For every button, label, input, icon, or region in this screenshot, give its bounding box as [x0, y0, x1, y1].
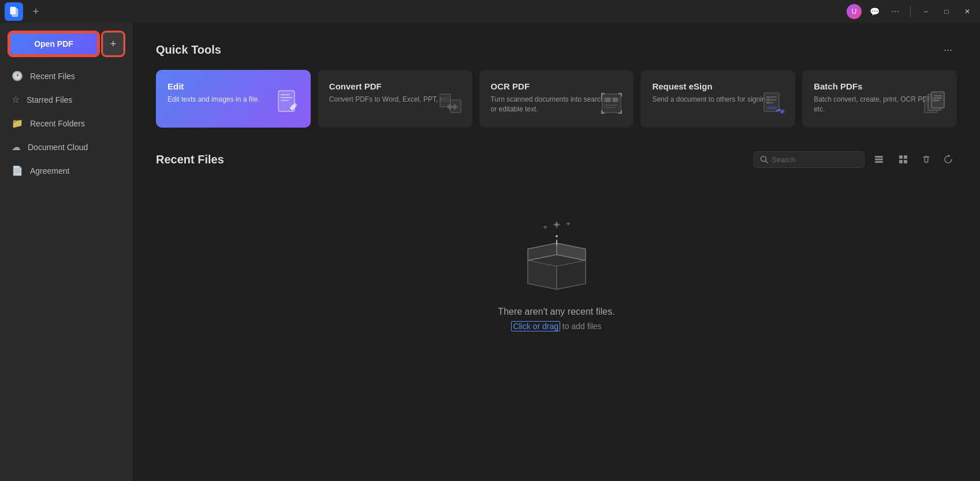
empty-subtitle: Click or drag to add files: [511, 322, 601, 331]
sidebar: Open PDF + 🕐 Recent Files ☆ Starred File…: [0, 23, 133, 481]
tool-title: OCR PDF: [491, 81, 623, 91]
tool-card-batch[interactable]: Batch PDFs Batch convert, create, print,…: [802, 70, 957, 128]
tool-card-esign[interactable]: Request eSign Send a document to others …: [640, 70, 795, 128]
svg-rect-25: [934, 100, 940, 101]
sidebar-item-document-cloud[interactable]: ☁ Document Cloud: [5, 136, 128, 158]
svg-rect-5: [281, 100, 289, 101]
svg-rect-4: [281, 97, 292, 98]
sidebar-item-label: Starred Files: [27, 95, 72, 105]
sidebar-item-starred-files[interactable]: ☆ Starred Files: [5, 88, 128, 111]
avatar[interactable]: U: [847, 4, 862, 19]
maximize-button[interactable]: □: [938, 3, 955, 20]
svg-rect-29: [875, 161, 883, 163]
titlebar-controls: U 💬 ⋯ − □ ✕: [847, 3, 975, 20]
svg-rect-15: [766, 99, 777, 100]
document-icon: 📄: [12, 165, 23, 176]
search-box: [754, 151, 865, 168]
empty-state: There aren't any recent files. Click or …: [156, 180, 957, 366]
edit-tool-icon: [274, 88, 301, 118]
ocr-tool-icon: [599, 91, 624, 118]
svg-rect-14: [766, 96, 777, 98]
svg-rect-23: [934, 95, 942, 96]
recent-files-header: Recent Files: [156, 151, 957, 168]
svg-rect-24: [934, 98, 942, 99]
svg-rect-17: [766, 107, 777, 109]
empty-subtitle-after: to add files: [560, 322, 602, 331]
sidebar-top: Open PDF +: [0, 32, 133, 65]
svg-rect-35: [556, 240, 557, 245]
sidebar-nav: 🕐 Recent Files ☆ Starred Files 📁 Recent …: [0, 65, 133, 182]
click-or-drag-link[interactable]: Click or drag: [511, 321, 560, 331]
convert-tool-icon: [438, 91, 463, 118]
svg-point-34: [556, 235, 558, 237]
tool-title: Request eSign: [652, 81, 784, 91]
svg-rect-1: [12, 9, 18, 16]
tool-card-ocr[interactable]: OCR PDF Turn scanned documents into sear…: [479, 70, 634, 128]
svg-rect-31: [904, 155, 907, 159]
search-input[interactable]: [772, 155, 858, 164]
svg-rect-28: [875, 159, 883, 161]
svg-point-26: [761, 156, 766, 162]
minimize-button[interactable]: −: [918, 3, 934, 20]
svg-rect-27: [875, 156, 883, 158]
sidebar-item-recent-folders[interactable]: 📁 Recent Folders: [5, 112, 128, 135]
tool-card-edit[interactable]: Edit Edit texts and images in a file.: [156, 70, 311, 128]
quick-tools-grid: Edit Edit texts and images in a file. Co…: [156, 70, 957, 128]
svg-rect-8: [602, 94, 621, 113]
folder-icon: 📁: [12, 118, 23, 129]
tool-title: Convert PDF: [329, 81, 461, 91]
open-pdf-button[interactable]: Open PDF: [9, 32, 98, 55]
tool-card-convert[interactable]: Convert PDF Convert PDFs to Word, Excel,…: [318, 70, 472, 128]
sidebar-item-label: Agreement: [30, 166, 69, 176]
quick-tools-title: Quick Tools: [156, 43, 221, 57]
recent-files-icon: 🕐: [12, 70, 23, 81]
svg-rect-33: [904, 160, 907, 163]
content-area: Quick Tools ··· Edit Edit texts and imag…: [133, 23, 980, 481]
tool-title: Batch PDFs: [814, 81, 945, 91]
list-view-button[interactable]: [869, 151, 889, 168]
refresh-button[interactable]: [940, 151, 957, 168]
esign-tool-icon: ✓: [761, 91, 786, 118]
svg-rect-30: [899, 155, 903, 159]
search-icon: [760, 155, 768, 163]
titlebar: + U 💬 ⋯ − □ ✕: [0, 0, 980, 23]
empty-state-illustration: [511, 214, 603, 295]
star-icon: ☆: [12, 94, 20, 105]
new-tab-button[interactable]: +: [28, 3, 44, 20]
close-button[interactable]: ✕: [959, 3, 975, 20]
sidebar-item-label: Recent Folders: [30, 119, 85, 128]
svg-rect-32: [899, 160, 903, 163]
sidebar-item-recent-files[interactable]: 🕐 Recent Files: [5, 65, 128, 87]
add-button[interactable]: +: [103, 32, 124, 55]
svg-rect-10: [613, 98, 618, 102]
recent-files-controls: [754, 151, 957, 168]
sidebar-item-agreement[interactable]: 📄 Agreement: [5, 159, 128, 182]
recent-files-title: Recent Files: [156, 153, 224, 166]
trash-button[interactable]: [918, 151, 935, 168]
empty-title: There aren't any recent files.: [498, 307, 614, 317]
grid-view-button[interactable]: [893, 151, 913, 168]
app-icon: [5, 2, 23, 21]
svg-rect-11: [605, 105, 618, 106]
svg-rect-3: [281, 94, 290, 95]
cloud-icon: ☁: [12, 141, 21, 152]
svg-rect-16: [766, 102, 773, 103]
svg-rect-12: [605, 107, 615, 108]
sidebar-item-label: Document Cloud: [28, 143, 88, 152]
svg-rect-9: [605, 98, 610, 102]
sidebar-item-label: Recent Files: [30, 72, 75, 81]
more-options-button[interactable]: ⋯: [887, 3, 903, 20]
svg-text:✓: ✓: [781, 110, 784, 114]
chat-button[interactable]: 💬: [866, 3, 882, 20]
quick-tools-header: Quick Tools ···: [156, 42, 957, 58]
quick-tools-more-button[interactable]: ···: [939, 42, 957, 58]
main-layout: Open PDF + 🕐 Recent Files ☆ Starred File…: [0, 23, 980, 481]
separator: [910, 6, 911, 17]
batch-tool-icon: [922, 91, 948, 118]
